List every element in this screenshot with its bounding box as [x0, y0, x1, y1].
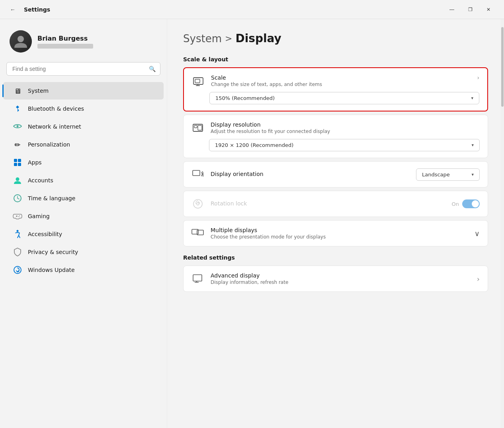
scale-header: Scale Change the size of text, apps, and…	[192, 74, 479, 87]
sidebar-item-time[interactable]: Time & language	[3, 190, 164, 207]
accounts-icon	[13, 176, 22, 185]
minimize-button[interactable]: —	[443, 3, 461, 16]
close-button[interactable]: ✕	[479, 3, 498, 16]
svg-point-23	[197, 203, 199, 205]
svg-rect-15	[195, 79, 200, 83]
system-icon: 🖥	[13, 86, 22, 96]
display-orientation-row: Display orientation Landscape ▾	[184, 162, 488, 187]
accessibility-icon	[13, 229, 22, 239]
resolution-dropdown-value: 1920 × 1200 (Recommended)	[215, 142, 293, 148]
sidebar-item-bluetooth[interactable]: Bluetooth & devices	[3, 100, 164, 117]
advanced-display-text: Advanced display Display information, re…	[211, 272, 471, 285]
related-settings-title: Related settings	[183, 254, 488, 261]
resolution-dropdown[interactable]: 1920 × 1200 (Recommended) ▾	[209, 139, 480, 151]
sidebar-item-gaming[interactable]: Gaming	[3, 207, 164, 225]
sidebar-item-apps[interactable]: Apps	[3, 154, 164, 171]
avatar	[10, 30, 32, 53]
sidebar-label-gaming: Gaming	[28, 213, 50, 219]
scale-layout-title: Scale & layout	[183, 56, 488, 63]
multiple-displays-control: ∨	[475, 229, 480, 238]
orientation-dropdown-chevron-icon: ▾	[471, 172, 474, 177]
svg-point-13	[14, 266, 21, 274]
sidebar-item-system[interactable]: 🖥 System	[3, 82, 164, 100]
orientation-dropdown-value: Landscape	[422, 172, 450, 178]
display-resolution-text: Display resolution Adjust the resolution…	[211, 121, 480, 134]
title-bar: ← Settings — ❐ ✕	[0, 0, 504, 19]
rotation-lock-card: Rotation lock On	[183, 191, 488, 217]
scale-icon	[192, 74, 205, 87]
avatar-image	[10, 30, 32, 53]
sidebar-label-personalization: Personalization	[28, 141, 70, 148]
sidebar-item-personalization[interactable]: ✏️ Personalization	[3, 136, 164, 153]
search-icon: 🔍	[149, 66, 156, 72]
sidebar-label-bluetooth: Bluetooth & devices	[28, 106, 84, 112]
advanced-display-card: Advanced display Display information, re…	[183, 266, 488, 292]
sidebar-item-privacy[interactable]: Privacy & security	[3, 243, 164, 261]
windows-update-icon	[13, 265, 22, 275]
scale-desc: Change the size of text, apps, and other…	[211, 82, 471, 87]
svg-rect-21	[193, 170, 200, 176]
resolution-dropdown-chevron-icon: ▾	[471, 143, 474, 148]
display-resolution-desc: Adjust the resolution to fit your connec…	[211, 129, 480, 134]
svg-point-12	[17, 230, 19, 232]
svg-point-10	[19, 215, 20, 216]
advanced-display-desc: Display information, refresh rate	[211, 279, 471, 285]
orientation-control: Landscape ▾	[416, 168, 480, 181]
scale-chevron-icon: ›	[477, 74, 479, 81]
breadcrumb-parent: System	[183, 33, 222, 45]
multiple-displays-desc: Choose the presentation mode for your di…	[211, 234, 468, 240]
advanced-display-chevron-icon: ›	[477, 275, 480, 283]
sidebar-item-network[interactable]: Network & internet	[3, 118, 164, 135]
sidebar-item-windows-update[interactable]: Windows Update	[3, 261, 164, 279]
toggle-knob	[472, 200, 479, 207]
network-icon	[13, 122, 22, 131]
sidebar-label-accessibility: Accessibility	[28, 231, 62, 237]
search-input[interactable]	[6, 62, 160, 76]
svg-rect-20	[198, 125, 202, 130]
sidebar-item-accounts[interactable]: Accounts	[3, 172, 164, 189]
scale-card: Scale Change the size of text, apps, and…	[183, 67, 488, 111]
rotation-lock-toggle[interactable]	[462, 199, 480, 208]
resolution-dropdown-wrapper: 1920 × 1200 (Recommended) ▾	[191, 139, 480, 151]
display-resolution-header: Display resolution Adjust the resolution…	[191, 121, 480, 134]
orientation-dropdown[interactable]: Landscape ▾	[416, 168, 480, 181]
sidebar-item-accessibility[interactable]: Accessibility	[3, 225, 164, 243]
svg-rect-4	[14, 163, 17, 166]
sidebar-label-time: Time & language	[28, 195, 75, 201]
scrollbar-thumb[interactable]	[501, 27, 504, 107]
maximize-button[interactable]: ❐	[461, 3, 479, 16]
svg-point-11	[18, 216, 19, 217]
orientation-title: Display orientation	[211, 171, 410, 177]
breadcrumb: System > Display	[183, 32, 488, 45]
scale-dropdown-chevron-icon: ▾	[471, 96, 473, 101]
apps-icon	[13, 158, 22, 167]
sidebar-label-accounts: Accounts	[28, 177, 53, 184]
scale-dropdown[interactable]: 150% (Recommended) ▾	[209, 92, 479, 104]
breadcrumb-current: Display	[235, 32, 281, 45]
scale-section: Scale Change the size of text, apps, and…	[184, 68, 487, 111]
rotation-lock-state: On	[452, 201, 459, 207]
scale-dropdown-value: 150% (Recommended)	[215, 95, 275, 101]
search-box: 🔍	[6, 62, 160, 76]
multiple-displays-card: Multiple displays Choose the presentatio…	[183, 220, 488, 246]
back-button[interactable]: ←	[6, 3, 19, 16]
multiple-displays-title: Multiple displays	[211, 227, 468, 233]
advanced-display-row[interactable]: Advanced display Display information, re…	[184, 266, 488, 291]
multiple-displays-expand-icon: ∨	[475, 229, 480, 238]
gaming-icon	[13, 211, 22, 221]
user-name: Brian Burgess	[37, 35, 93, 42]
sidebar-label-network: Network & internet	[28, 123, 81, 130]
main-layout: Brian Burgess 🔍 🖥 System Bluetooth & dev…	[0, 19, 504, 428]
privacy-icon	[13, 247, 22, 257]
rotation-lock-control: On	[452, 199, 480, 208]
advanced-display-title: Advanced display	[211, 272, 471, 279]
window-controls: — ❐ ✕	[443, 3, 498, 16]
svg-point-1	[17, 125, 19, 127]
orientation-icon	[191, 168, 204, 181]
svg-rect-26	[193, 275, 202, 281]
user-account-bar	[37, 44, 93, 49]
rotation-lock-title: Rotation lock	[211, 200, 445, 207]
window-title: Settings	[24, 6, 50, 13]
personalization-icon: ✏️	[13, 140, 22, 149]
rotation-lock-icon	[191, 197, 204, 210]
